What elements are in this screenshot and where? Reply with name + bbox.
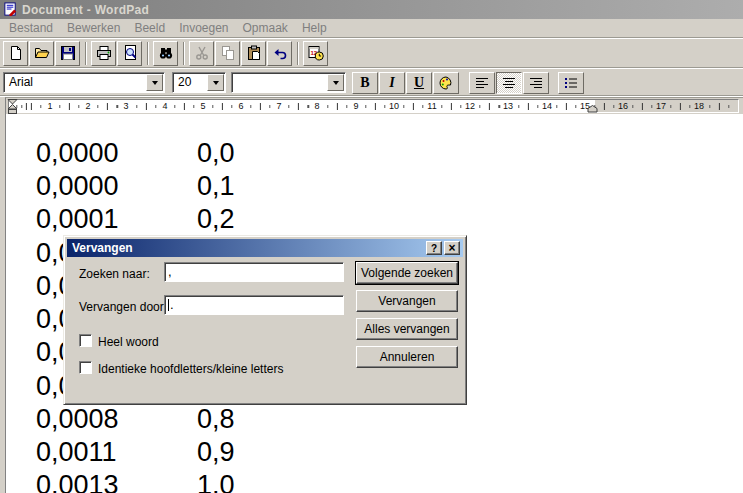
wordpad-icon	[3, 2, 18, 17]
paste-clipboard-icon	[246, 45, 262, 61]
chevron-down-icon	[152, 81, 158, 85]
bullet-list-icon	[563, 75, 579, 91]
cell-value: 0,0008	[36, 403, 119, 436]
replace-with-value: .	[170, 297, 174, 312]
replace-with-label: Vervangen door:	[79, 300, 167, 314]
ruler-number: 18	[693, 101, 705, 111]
date-time-button[interactable]: 12	[303, 41, 328, 66]
cell-value: 0,0001	[36, 203, 119, 236]
open-button[interactable]	[29, 41, 54, 66]
ruler-number: 9	[352, 101, 359, 111]
bold-label: B	[360, 75, 369, 91]
underline-button[interactable]: U	[406, 72, 432, 94]
cancel-button[interactable]: Annuleren	[356, 346, 458, 368]
ruler-number: 16	[617, 101, 629, 111]
align-center-icon	[501, 75, 517, 91]
find-binoculars-icon	[158, 45, 174, 61]
whole-word-checkbox[interactable]	[79, 334, 92, 347]
new-document-icon	[8, 45, 24, 61]
menu-bewerken[interactable]: Bewerken	[60, 19, 127, 37]
replace-dialog: Vervangen ? × Zoeken naar: , Vervangen d…	[63, 235, 467, 405]
align-right-button[interactable]	[523, 72, 549, 94]
align-left-button[interactable]	[469, 72, 495, 94]
font-name: Arial	[4, 73, 164, 92]
cut-scissors-icon	[194, 45, 210, 61]
italic-button[interactable]: I	[379, 72, 405, 94]
print-button[interactable]	[91, 41, 116, 66]
left-indent-markers[interactable]	[7, 99, 18, 114]
print-icon	[96, 45, 112, 61]
new-document-button[interactable]	[3, 41, 28, 66]
font-size-dropdown[interactable]	[207, 74, 224, 91]
align-right-icon	[528, 75, 544, 91]
copy-icon	[220, 45, 236, 61]
dialog-title: Vervangen	[72, 241, 133, 255]
bullets-button[interactable]	[558, 72, 584, 94]
ruler-number: 3	[122, 101, 129, 111]
ruler-number: 17	[655, 101, 667, 111]
bold-button[interactable]: B	[352, 72, 378, 94]
dialog-titlebar[interactable]: Vervangen ? ×	[67, 239, 463, 257]
script-combo[interactable]	[231, 72, 346, 93]
right-indent-marker[interactable]	[587, 105, 598, 113]
cell-value: 1,0	[197, 469, 235, 493]
ruler[interactable]: 1 2 3 4 5 6 7 8 9 10 11 12 13 14 15 16 1…	[6, 98, 743, 114]
help-icon: ?	[431, 243, 437, 254]
replace-all-button[interactable]: Alles vervangen	[356, 318, 458, 340]
toolbar-separator	[85, 42, 87, 65]
menu-help[interactable]: Help	[295, 19, 334, 37]
search-value: ,	[168, 264, 172, 279]
save-button[interactable]	[55, 41, 80, 66]
copy-button-disabled	[215, 41, 240, 66]
toolbar-separator	[297, 42, 299, 65]
ruler-ticks	[9, 100, 740, 112]
ruler-number: 10	[388, 101, 400, 111]
cell-value: 0,9	[197, 436, 235, 469]
ruler-number: 8	[313, 101, 320, 111]
menu-bestand[interactable]: Bestand	[2, 19, 60, 37]
save-floppy-icon	[60, 45, 76, 61]
menubar: Bestand Bewerken Beeld Invoegen Opmaak H…	[0, 19, 743, 37]
help-button[interactable]: ?	[426, 241, 442, 255]
standard-toolbar: 12	[0, 39, 743, 67]
window-titlebar[interactable]: Document - WordPad	[0, 0, 743, 19]
align-center-button[interactable]	[496, 72, 522, 94]
ruler-number: 5	[199, 101, 206, 111]
ruler-number: 6	[237, 101, 244, 111]
cell-value: 0,0000	[36, 170, 119, 203]
font-color-button[interactable]	[433, 72, 459, 94]
find-button[interactable]	[153, 41, 178, 66]
toolbar-separator	[183, 42, 185, 65]
menu-beeld[interactable]: Beeld	[127, 19, 172, 37]
divider	[0, 67, 743, 69]
cut-button-disabled	[189, 41, 214, 66]
match-case-checkbox[interactable]	[79, 361, 92, 374]
chevron-down-icon	[333, 81, 339, 85]
print-preview-button[interactable]	[117, 41, 142, 66]
menu-opmaak[interactable]: Opmaak	[236, 19, 295, 37]
text-caret	[168, 299, 169, 311]
find-next-button[interactable]: Volgende zoeken	[356, 262, 458, 284]
italic-label: I	[389, 75, 394, 91]
search-input[interactable]: ,	[164, 262, 344, 282]
window-title: Document - WordPad	[22, 3, 149, 17]
match-case-label: Identieke hoofdletters/kleine letters	[98, 362, 283, 376]
close-button[interactable]: ×	[444, 241, 460, 255]
font-combo[interactable]: Arial	[3, 72, 165, 93]
replace-button[interactable]: Vervangen	[356, 290, 458, 312]
cell-value: 0,1	[197, 170, 235, 203]
color-palette-icon	[438, 75, 454, 91]
undo-arrow-icon	[272, 45, 288, 61]
replace-with-input[interactable]: .	[164, 295, 344, 315]
cell-value: 0,0000	[36, 137, 119, 170]
cell-value: 0,0	[197, 137, 235, 170]
ruler-number: 2	[84, 101, 91, 111]
script-combo-dropdown[interactable]	[327, 74, 344, 91]
menu-invoegen[interactable]: Invoegen	[172, 19, 235, 37]
ruler-number: 7	[275, 101, 282, 111]
ruler-number: 4	[161, 101, 168, 111]
paste-button[interactable]	[241, 41, 266, 66]
undo-button[interactable]	[267, 41, 292, 66]
font-size-combo[interactable]: 20	[172, 72, 226, 93]
font-combo-dropdown[interactable]	[146, 74, 163, 91]
